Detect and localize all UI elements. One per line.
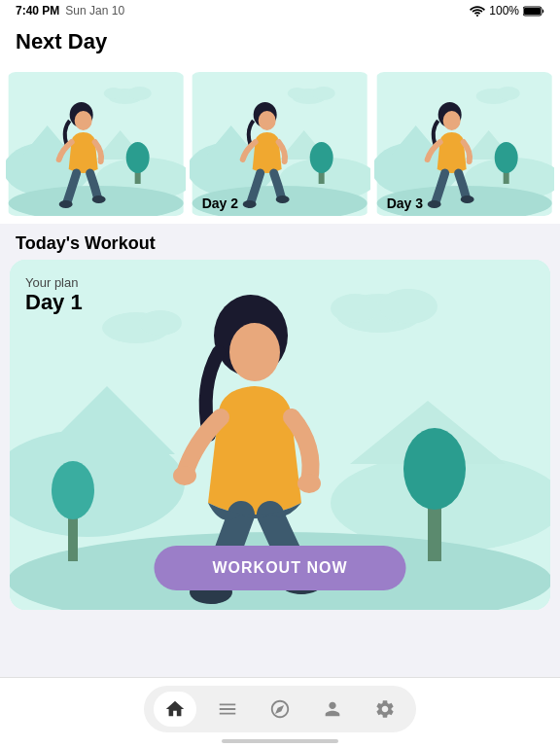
settings-icon — [374, 698, 396, 720]
svg-point-24 — [312, 87, 335, 100]
svg-point-61 — [403, 428, 466, 510]
status-date: Sun Jan 10 — [65, 4, 124, 18]
tab-bar-inner — [144, 686, 416, 732]
svg-point-47 — [460, 196, 473, 203]
battery-text: 100% — [489, 4, 519, 18]
svg-point-9 — [128, 87, 152, 100]
battery-icon — [523, 6, 544, 17]
svg-point-0 — [476, 15, 478, 17]
workout-now-button[interactable]: WORKOUT NOW — [155, 546, 406, 590]
svg-rect-2 — [524, 8, 541, 15]
svg-point-32 — [276, 196, 290, 203]
svg-point-10 — [104, 88, 123, 99]
svg-point-46 — [427, 200, 440, 208]
workout-info: Your plan Day 1 — [25, 275, 83, 315]
svg-point-17 — [92, 196, 106, 203]
svg-point-27 — [310, 142, 333, 173]
today-section-label: Today's Workout — [0, 224, 560, 260]
svg-point-55 — [379, 289, 438, 324]
tab-list[interactable] — [206, 692, 249, 727]
svg-point-12 — [126, 142, 150, 173]
tab-compass[interactable] — [259, 692, 301, 727]
list-icon — [217, 698, 238, 720]
page-title: Next Day — [16, 29, 544, 54]
workout-plan-label: Your plan — [25, 275, 83, 290]
home-icon — [164, 698, 186, 720]
day-card-3[interactable]: Day 3 — [374, 72, 554, 216]
svg-point-25 — [288, 88, 307, 99]
compass-icon — [269, 698, 291, 720]
day1-illustration — [6, 72, 186, 216]
svg-text:Day 3: Day 3 — [386, 196, 423, 211]
workout-day-label: Day 1 — [25, 290, 83, 315]
day3-illustration: Day 3 — [374, 72, 554, 216]
status-right: 100% — [470, 4, 544, 18]
wifi-icon — [470, 5, 485, 17]
svg-point-63 — [52, 461, 94, 519]
svg-point-15 — [75, 111, 92, 130]
svg-point-31 — [243, 200, 257, 208]
day-card-1[interactable] — [6, 72, 186, 216]
home-indicator — [222, 739, 338, 743]
profile-icon — [322, 698, 343, 720]
today-workout-card: Your plan Day 1 — [10, 260, 550, 610]
svg-point-65 — [229, 323, 280, 381]
svg-point-66 — [173, 466, 196, 485]
svg-text:Day 2: Day 2 — [202, 196, 239, 211]
svg-point-67 — [298, 474, 321, 493]
svg-point-58 — [139, 310, 182, 336]
header: Next Day — [0, 21, 560, 66]
tab-home[interactable] — [154, 692, 196, 727]
tab-settings[interactable] — [364, 692, 406, 727]
svg-point-45 — [442, 111, 460, 130]
svg-point-16 — [59, 200, 73, 208]
svg-point-42 — [494, 142, 517, 173]
day-card-2[interactable]: Day 2 — [190, 72, 369, 216]
tab-profile[interactable] — [311, 692, 354, 727]
svg-point-40 — [496, 87, 519, 100]
svg-point-56 — [331, 294, 379, 323]
status-bar: 7:40 PM Sun Jan 10 100% — [0, 0, 560, 21]
day-cards-row: Day 2 Day 3 — [0, 66, 560, 224]
svg-point-30 — [259, 111, 276, 130]
tab-bar — [0, 677, 560, 747]
day2-illustration: Day 2 — [190, 72, 369, 216]
status-time: 7:40 PM — [16, 4, 59, 18]
